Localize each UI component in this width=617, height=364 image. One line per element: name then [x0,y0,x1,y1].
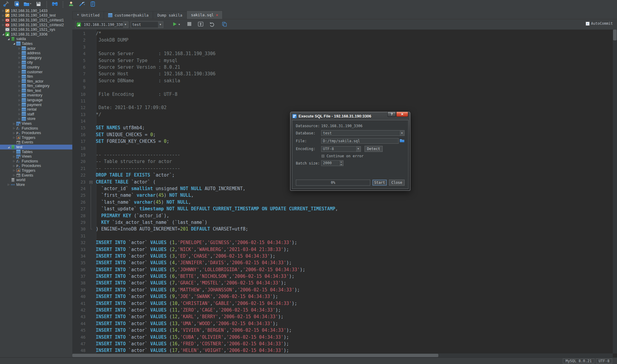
expand-arrow[interactable]: ▷ [12,169,16,172]
sidebar-item-actor[interactable]: ▷actor [0,46,72,51]
expand-arrow[interactable]: ▷ [12,122,16,125]
sidebar-item-inventory[interactable]: ▷inventory [0,93,72,98]
commit-button[interactable] [198,21,204,28]
expand-arrow[interactable]: ◢ [1,33,5,36]
new-file-button[interactable] [13,1,20,8]
chevron-down-icon[interactable]: ▼ [158,22,163,28]
expand-arrow[interactable]: ▷ [1,14,5,17]
sidebar-item-views[interactable]: ▷Views [0,154,72,159]
expand-arrow[interactable]: ◢ [7,146,11,149]
sidebar-item-category[interactable]: ▷category [0,55,72,60]
expand-arrow[interactable]: ▷ [17,113,21,115]
connect-button[interactable] [2,1,10,8]
expand-arrow[interactable]: ◢ [12,42,16,45]
expand-arrow[interactable]: ▷ [17,66,21,68]
chevron-down-icon[interactable]: ▼ [123,22,128,28]
start-button[interactable]: Start [372,180,387,186]
expand-arrow[interactable]: ▷ [17,71,21,73]
connections-tree[interactable]: ▷192.168.31.190_1433▷192.168.31.190_1433… [0,8,72,357]
sidebar-item-customer[interactable]: ▷customer [0,70,72,74]
sidebar-item-events[interactable]: ▷Events [0,173,72,178]
expand-arrow[interactable]: ▷ [1,19,5,21]
sidebar-item-store[interactable]: ▷store [0,117,72,121]
fold-marker[interactable] [89,179,93,185]
spin-up-icon[interactable]: ▲ [339,161,343,163]
expand-arrow[interactable]: ▷ [12,127,16,130]
save-button[interactable] [35,1,42,8]
expand-arrow[interactable]: ▷ [17,75,21,78]
sidebar-item-functions[interactable]: ▷fxFunctions [0,126,72,131]
encoding-dropdown[interactable]: UTF-8 ▼ [321,146,361,152]
expand-arrow[interactable]: ◢ [7,38,11,40]
expand-arrow[interactable]: ▷ [17,56,21,59]
expand-arrow[interactable]: ▷ [17,108,21,111]
sidebar-item-city[interactable]: ▷city [0,60,72,65]
expand-arrow[interactable]: ▷ [17,80,21,83]
sidebar-item-more[interactable]: ▷More [0,182,72,187]
sidebar-item-film-text[interactable]: ▷film_text [0,88,72,93]
sidebar-item-staff[interactable]: ▷staff [0,112,72,117]
expand-arrow[interactable]: ▷ [17,89,21,92]
sidebar-item-192-168-31-190-1433-test[interactable]: ▷192.168.31.190_1433_test [0,13,72,18]
search-button[interactable] [51,1,58,8]
dialog-titlebar[interactable]: Execute SQL File - 192.168.31.190:3306 ?… [290,112,410,120]
expand-arrow[interactable]: ▷ [17,94,21,97]
expand-arrow[interactable]: ▷ [7,183,11,186]
database-select[interactable]: test ▼ [131,21,163,28]
batch-size-stepper[interactable]: 2000 ▲ ▼ [321,160,343,166]
expand-arrow[interactable]: ▷ [12,165,16,167]
user-button[interactable] [67,1,75,8]
dialog-close-icon[interactable]: ✕ [396,112,408,117]
tab-untitled[interactable]: * Untitled [72,11,104,19]
sidebar-item-procedures[interactable]: ▷PxProcedures [0,130,72,135]
close-tab-icon[interactable]: ✕ [216,13,218,17]
sidebar-item-events[interactable]: Events [0,140,72,145]
sidebar-item-192-168-31-190-3306[interactable]: ◢192.168.31.190_3306 [0,32,72,37]
vertical-scrollbar-track[interactable] [613,30,617,353]
sidebar-item-language[interactable]: ▷language [0,98,72,102]
sidebar-item-192-168-31-190-1521-sys[interactable]: 192.168.31.190_1521_sys [0,27,72,32]
rollback-button[interactable] [209,21,215,28]
expand-arrow[interactable]: ▷ [12,136,16,139]
horizontal-scrollbar-track[interactable] [72,353,613,357]
tab-dump-sakila[interactable]: Dump sakila [153,11,187,19]
open-folder-button[interactable] [24,1,31,8]
sidebar-item-procedures[interactable]: ▷PxProcedures [0,164,72,168]
stop-button[interactable] [187,22,192,27]
expand-arrow[interactable]: ▷ [17,52,21,55]
autocommit-toggle[interactable]: ✓ AutoCommit [586,21,613,26]
expand-arrow[interactable]: ▷ [17,118,21,120]
expand-arrow[interactable]: ▷ [17,85,21,87]
clipboard-button[interactable] [89,1,96,8]
sql-editor[interactable]: 1/*2 JookDB DUMP34 Source Server : 192.1… [72,30,617,357]
expand-arrow[interactable]: ▷ [12,150,16,153]
expand-arrow[interactable]: ▷ [17,99,21,102]
sidebar-item-triggers[interactable]: ▷Triggers [0,168,72,173]
expand-arrow[interactable]: ▷ [17,61,21,64]
continue-on-error-checkbox[interactable] [321,154,325,158]
browse-file-button[interactable] [399,138,405,144]
sidebar-item-film[interactable]: ▷film [0,74,72,79]
sidebar-item-192-168-31-190-1521-c-test2[interactable]: ▷192.168.31.190_1521_c##test2 [0,23,72,27]
expand-arrow[interactable]: ▷ [12,132,16,134]
close-button[interactable]: Close [389,180,405,186]
checkbox-checked-icon[interactable]: ✓ [586,22,590,26]
chevron-down-icon[interactable]: ▼ [399,130,404,136]
expand-arrow[interactable]: ▷ [17,47,21,50]
sidebar-item-world[interactable]: world [0,177,72,182]
sidebar-item-functions[interactable]: ▷fxFunctions [0,159,72,164]
sidebar-item-triggers[interactable]: ▷Triggers [0,135,72,140]
sidebar-item-views[interactable]: ▷Views [0,121,72,126]
sidebar-item-tables[interactable]: ▷Tables [0,149,72,154]
spin-down-icon[interactable]: ▼ [339,163,343,166]
expand-arrow[interactable]: ▷ [12,155,16,158]
sidebar-item-test[interactable]: ◢test [0,145,72,149]
detect-button[interactable]: Detect [365,146,383,152]
duplicate-button[interactable] [222,21,227,28]
dialog-help-button[interactable]: ? [387,112,396,117]
expand-arrow[interactable]: ▷ [1,24,5,26]
sidebar-item-sakila[interactable]: ◢sakila [0,37,72,42]
sidebar-item-country[interactable]: ▷country [0,65,72,70]
expand-arrow[interactable]: ▷ [17,103,21,106]
connection-select[interactable]: 192.168.31.190_3306 ▼ [75,21,128,28]
